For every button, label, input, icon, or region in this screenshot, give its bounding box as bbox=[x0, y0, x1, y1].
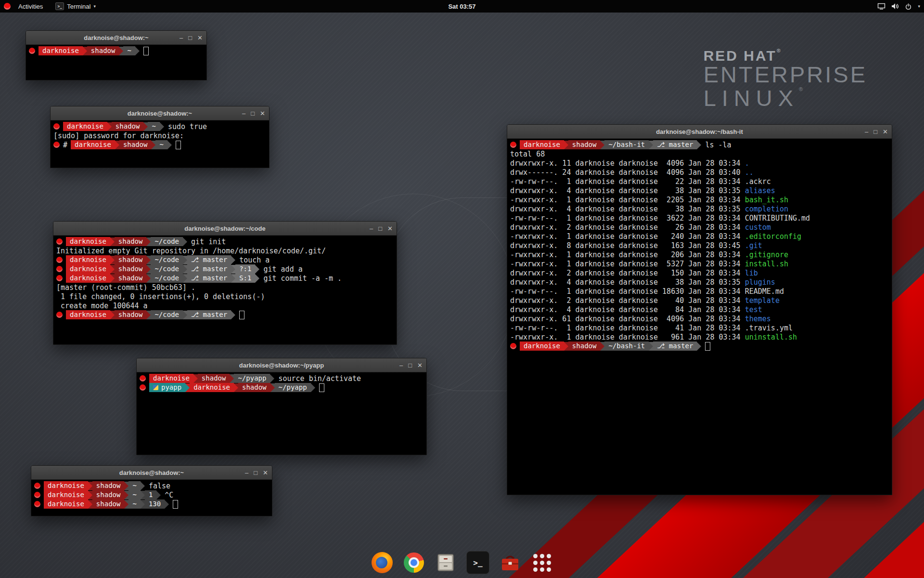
minimize-button[interactable]: – bbox=[180, 35, 183, 41]
prompt-segment-user: darknoise bbox=[66, 310, 110, 319]
app-menu-terminal[interactable]: >_ Terminal ▾ bbox=[51, 0, 101, 13]
close-button[interactable]: ✕ bbox=[387, 225, 393, 232]
window-title: darknoise@shadow:~/bash-it bbox=[656, 128, 743, 135]
terminal-line: darknoiseshadow~false bbox=[33, 481, 270, 490]
output-fragment: drwxrwxr-x. 2 darknoise darknoise 40 Jan… bbox=[510, 296, 745, 305]
terminal-line: -rw-rw-r--. 1 darknoise darknoise 22 Jan… bbox=[509, 177, 890, 186]
maximize-button[interactable]: □ bbox=[251, 110, 255, 117]
terminal-cursor bbox=[239, 311, 244, 319]
segment-arrow-icon bbox=[146, 237, 151, 246]
segment-arrow-icon bbox=[600, 141, 604, 149]
close-button[interactable]: ✕ bbox=[883, 129, 888, 135]
firefox-logo bbox=[372, 552, 393, 573]
output-text: -rwxrwxr-x. 1 darknoise darknoise 206 Ja… bbox=[510, 250, 788, 259]
prompt-segment-git: ⎇ master bbox=[653, 140, 697, 149]
terminal-cursor bbox=[176, 141, 181, 149]
terminal-content[interactable]: darknoiseshadow~ bbox=[26, 45, 206, 80]
prompt-segment-path: ~/bash-it bbox=[604, 140, 649, 149]
maximize-button[interactable]: □ bbox=[254, 470, 257, 476]
chrome-logo bbox=[404, 552, 424, 573]
window-title: darknoise@shadow:~/code bbox=[184, 225, 265, 232]
segment-arrow-icon bbox=[88, 482, 92, 490]
window-titlebar[interactable]: darknoise@shadow:~/code–□✕ bbox=[53, 222, 397, 236]
output-fragment: -rwxrwxr-x. 1 darknoise darknoise 5327 J… bbox=[510, 260, 745, 268]
brand-line2: ENTERPRISE bbox=[704, 63, 867, 87]
window-titlebar[interactable]: darknoise@shadow:~–□✕ bbox=[31, 466, 272, 480]
toolbox-icon[interactable] bbox=[499, 552, 521, 574]
close-button[interactable]: ✕ bbox=[260, 110, 265, 117]
terminal-content[interactable]: darknoiseshadow~/codegit initInitialized… bbox=[53, 236, 397, 344]
segment-arrow-icon bbox=[146, 311, 151, 319]
output-fragment: -rw-rw-r--. 1 darknoise darknoise 41 Jan… bbox=[510, 324, 745, 332]
firefox-icon[interactable] bbox=[371, 552, 393, 574]
close-button[interactable]: ✕ bbox=[263, 470, 268, 476]
directory-name: .git bbox=[745, 241, 762, 250]
segment-arrow-icon bbox=[107, 122, 112, 131]
segment-arrow-icon bbox=[165, 500, 169, 509]
window-titlebar[interactable]: darknoise@shadow:~/bash-it–□✕ bbox=[507, 125, 892, 139]
prompt-segment-host: shadow bbox=[568, 342, 601, 351]
terminal-cursor bbox=[705, 342, 710, 351]
app-grid-icon[interactable] bbox=[531, 552, 553, 574]
window-titlebar[interactable]: darknoise@shadow:~–□✕ bbox=[51, 106, 269, 120]
executable-name: uninstall.sh bbox=[745, 333, 797, 342]
terminal-line: drwxrwxr-x. 2 darknoise darknoise 150 Ja… bbox=[509, 268, 890, 277]
output-fragment: drwxrwxr-x. 11 darknoise darknoise 4096 … bbox=[510, 159, 745, 168]
prompt-segment-gitst: S:1 bbox=[235, 274, 255, 283]
terminal-icon[interactable]: >_ bbox=[466, 551, 489, 574]
minimize-button[interactable]: – bbox=[399, 362, 403, 368]
terminal-content[interactable]: darknoiseshadow~/bash-it⎇ masterls -lato… bbox=[507, 139, 892, 495]
close-button[interactable]: ✕ bbox=[417, 362, 423, 368]
output-fragment: CONTRIBUTING.md bbox=[745, 214, 810, 223]
output-text: -rwxrwxr-x. 1 darknoise darknoise 961 Ja… bbox=[510, 333, 797, 342]
clock[interactable]: Sat 03:57 bbox=[448, 3, 475, 10]
redhat-prompt-icon bbox=[53, 123, 60, 130]
files-icon[interactable] bbox=[435, 552, 457, 574]
terminal-line: create mode 100644 a bbox=[55, 301, 395, 310]
root-indicator: # bbox=[63, 141, 67, 149]
registered-mark: ® bbox=[777, 48, 782, 53]
terminal-cursor bbox=[319, 383, 324, 392]
minimize-button[interactable]: – bbox=[865, 129, 868, 135]
terminal-line: darknoiseshadow~/code⎇ masterS:1git comm… bbox=[55, 274, 395, 283]
prompt-segment-user: darknoise bbox=[66, 264, 110, 274]
system-status-area[interactable]: ▾ bbox=[877, 0, 920, 13]
maximize-button[interactable]: □ bbox=[378, 225, 382, 232]
terminal-window-bashit: darknoise@shadow:~/bash-it–□✕darknoisesh… bbox=[507, 124, 892, 495]
output-text: drwxrwxr-x. 2 darknoise darknoise 26 Jan… bbox=[510, 223, 771, 232]
output-fragment: drwxrwxr-x. 4 darknoise darknoise 38 Jan… bbox=[510, 205, 745, 213]
minimize-button[interactable]: – bbox=[242, 110, 245, 117]
maximize-button[interactable]: □ bbox=[873, 129, 877, 135]
redhat-prompt-icon bbox=[29, 48, 35, 54]
maximize-button[interactable]: □ bbox=[188, 35, 192, 41]
output-fragment: drwxrwxr-x. 2 darknoise darknoise 150 Ja… bbox=[510, 269, 745, 277]
terminal-line: drwxrwxr-x. 8 darknoise darknoise 163 Ja… bbox=[509, 241, 890, 250]
activities-button[interactable]: Activities bbox=[13, 0, 48, 13]
terminal-content[interactable]: darknoiseshadow~/pyappsource bin/activat… bbox=[137, 372, 426, 455]
prompt-segment-gitst: ?:1 bbox=[235, 264, 255, 274]
chrome-icon[interactable] bbox=[403, 552, 425, 574]
window-titlebar[interactable]: darknoise@shadow:~/pyapp–□✕ bbox=[137, 358, 426, 372]
terminal-content[interactable]: darknoiseshadow~sudo true[sudo] password… bbox=[51, 120, 269, 168]
directory-name: .. bbox=[745, 168, 754, 177]
terminal-line: pyappdarknoiseshadow~/pyapp bbox=[139, 383, 424, 392]
terminal-content[interactable]: darknoiseshadow~falsedarknoiseshadow~1^C… bbox=[31, 480, 272, 516]
maximize-button[interactable]: □ bbox=[408, 362, 412, 368]
minimize-button[interactable]: – bbox=[370, 225, 373, 232]
prompt-segment-host: shadow bbox=[115, 274, 147, 283]
display-icon bbox=[877, 3, 886, 10]
redhat-icon bbox=[4, 3, 11, 10]
close-button[interactable]: ✕ bbox=[197, 35, 203, 41]
segment-arrow-icon bbox=[183, 265, 187, 274]
output-text: Initialized empty Git repository in /hom… bbox=[56, 247, 326, 255]
window-titlebar[interactable]: darknoise@shadow:~–□✕ bbox=[26, 31, 206, 45]
prompt-segment-err: 1 bbox=[145, 490, 156, 499]
minimize-button[interactable]: – bbox=[245, 470, 248, 476]
prompt-segment-user: darknoise bbox=[520, 140, 564, 149]
terminal-window-exitcodes: darknoise@shadow:~–□✕darknoiseshadow~fal… bbox=[31, 465, 272, 516]
power-icon bbox=[905, 3, 912, 10]
brand-line3: LINUX bbox=[704, 85, 799, 111]
redhat-prompt-icon bbox=[140, 375, 146, 381]
directory-name: template bbox=[745, 296, 780, 305]
terminal-line: drwxrwxr-x. 11 darknoise darknoise 4096 … bbox=[509, 158, 890, 168]
